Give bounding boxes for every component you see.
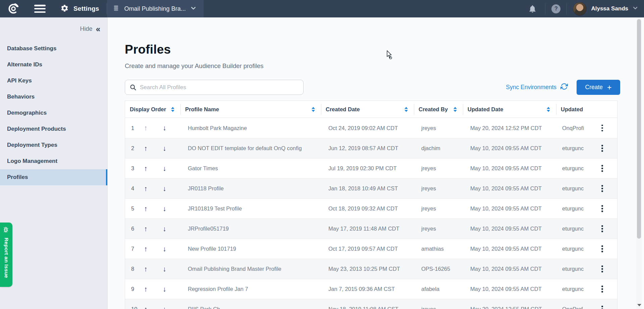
row-order-number: 1 (131, 125, 141, 131)
hide-label: Hide (80, 25, 93, 33)
table-header: Display Order Profile Name Created Date … (125, 101, 617, 118)
profile-name-cell: JR0118 Profile (180, 179, 321, 198)
move-up-button[interactable]: ↑ (141, 225, 160, 233)
created-date-cell: Nov 18, 2019 11:08 AM CST (321, 299, 414, 309)
settings-label: Settings (73, 5, 99, 12)
move-down-button[interactable]: ↓ (160, 185, 179, 193)
sidebar-item-behaviors[interactable]: Behaviors (0, 89, 107, 105)
main-content: Profiles Create and manage your Audience… (108, 17, 644, 309)
move-up-button[interactable]: ↑ (141, 124, 160, 132)
report-an-issue-tab[interactable]: Report an Issue (0, 223, 12, 287)
database-icon (112, 4, 120, 13)
updated-by-cell: eturgunc (556, 239, 587, 259)
created-by-cell: jreyes (414, 118, 463, 138)
row-menu-kebab-button[interactable] (598, 203, 606, 214)
table-row: 3 ↑ ↓ Gator Times Jul 19, 2019 02:30 PM … (125, 158, 617, 178)
sidebar-item-label: Logo Management (7, 158, 57, 165)
menu-icon[interactable] (34, 5, 46, 13)
profiles-table: Display Order Profile Name Created Date … (125, 101, 618, 309)
updated-by-cell: eturgunc (556, 179, 587, 198)
move-down-button[interactable]: ↓ (160, 265, 179, 273)
profile-name-cell: Humbolt Park Magazine (180, 118, 321, 138)
row-order-number: 4 (131, 185, 141, 192)
vertical-scrollbar[interactable] (636, 17, 642, 309)
created-date-cell: Oct 17, 2019 09:57 AM CDT (321, 239, 414, 259)
move-up-button[interactable]: ↑ (141, 205, 160, 213)
column-header-updated-date[interactable]: Updated Date (463, 101, 556, 118)
updated-by-cell: eturgunc (556, 279, 587, 299)
top-bar: Settings Omail Publishing Bra... ? Alyss… (0, 0, 644, 17)
move-up-button[interactable]: ↑ (141, 185, 160, 193)
sidebar-item-label: Deployment Types (7, 142, 57, 148)
move-up-button[interactable]: ↑ (141, 265, 160, 273)
move-down-button[interactable]: ↓ (160, 205, 179, 213)
move-down-button[interactable]: ↓ (160, 305, 179, 309)
sidebar-item-deployment-types[interactable]: Deployment Types (0, 137, 107, 153)
scrollbar-down-arrow[interactable] (637, 304, 641, 306)
page-subtitle: Create and manage your Audience Builder … (125, 62, 644, 70)
move-down-button[interactable]: ↓ (160, 124, 179, 132)
profile-name-cell: Omail Publishing Brand Master Profile (180, 259, 321, 279)
move-up-button[interactable]: ↑ (141, 144, 160, 152)
table-row: 9 ↑ ↓ Regression Profile Jan 7 Jan 7, 20… (125, 279, 617, 299)
sync-environments-link[interactable]: Sync Environments (506, 83, 568, 92)
sidebar-item-label: Database Settings (7, 45, 56, 52)
move-up-button[interactable]: ↑ (141, 165, 160, 173)
move-down-button[interactable]: ↓ (160, 225, 179, 233)
help-icon[interactable]: ? (551, 4, 560, 13)
move-down-button[interactable]: ↓ (160, 285, 179, 293)
column-header-display-order[interactable]: Display Order (125, 101, 180, 118)
sidebar-item-database-settings[interactable]: Database Settings (0, 41, 107, 57)
row-menu-kebab-button[interactable] (598, 163, 606, 174)
updated-by-cell: eturgunc (556, 159, 587, 178)
row-menu-kebab-button[interactable] (598, 304, 606, 309)
profile-name-cell: JR101819 Test Profile (180, 199, 321, 219)
sidebar-nav: Database Settings Alternate IDs API Keys… (0, 41, 107, 185)
row-menu-kebab-button[interactable] (598, 263, 606, 274)
row-menu-kebab-button[interactable] (598, 183, 606, 194)
column-header-created-date[interactable]: Created Date (321, 101, 414, 118)
updated-by-cell: eturgunc (556, 199, 587, 219)
sync-link-label: Sync Environments (506, 84, 556, 91)
sidebar-item-profiles[interactable]: Profiles (0, 169, 107, 185)
column-header-updated-by[interactable]: Updated (556, 101, 587, 118)
move-up-button[interactable]: ↑ (141, 245, 160, 253)
plus-icon: + (607, 84, 611, 91)
sidebar-item-deployment-products[interactable]: Deployment Products (0, 121, 107, 137)
created-by-cell: jreyes (414, 179, 463, 198)
move-up-button[interactable]: ↑ (141, 285, 160, 293)
move-down-button[interactable]: ↓ (160, 245, 179, 253)
profile-name-cell: JRProfile051719 (180, 219, 321, 239)
row-menu-kebab-button[interactable] (598, 143, 606, 154)
app-logo-icon[interactable] (7, 3, 19, 15)
row-menu-kebab-button[interactable] (598, 243, 606, 254)
notifications-bell-icon[interactable] (526, 4, 539, 13)
sidebar-item-label: API Keys (7, 77, 32, 84)
sidebar-item-logo-management[interactable]: Logo Management (0, 153, 107, 169)
scrollbar-thumb[interactable] (637, 19, 641, 239)
search-input[interactable] (125, 80, 304, 95)
move-down-button[interactable]: ↓ (160, 144, 179, 152)
sort-icon (405, 107, 408, 112)
sidebar-item-label: Demographics (7, 110, 47, 116)
create-button[interactable]: Create + (577, 80, 620, 95)
database-selector[interactable]: Omail Publishing Bra... (107, 0, 204, 17)
move-up-button[interactable]: ↑ (141, 305, 160, 309)
row-order-number: 10 (131, 306, 141, 309)
hide-sidebar-button[interactable]: Hide « (0, 17, 107, 33)
sidebar-item-api-keys[interactable]: API Keys (0, 73, 107, 89)
sidebar-item-label: Alternate IDs (7, 61, 42, 68)
user-menu[interactable]: Alyssa Sands (573, 2, 638, 16)
updated-date-cell: May 10, 2024 09:55 AM CDT (463, 199, 556, 219)
sidebar-item-label: Behaviors (7, 94, 35, 100)
move-down-button[interactable]: ↓ (160, 165, 179, 173)
row-menu-kebab-button[interactable] (598, 123, 606, 134)
sidebar-item-alternate-ids[interactable]: Alternate IDs (0, 57, 107, 73)
row-menu-kebab-button[interactable] (598, 223, 606, 234)
sidebar-item-demographics[interactable]: Demographics (0, 105, 107, 121)
row-menu-kebab-button[interactable] (598, 284, 606, 295)
created-by-cell: amathias (414, 239, 463, 259)
created-date-cell: Jun 12, 2019 08:57 AM CDT (321, 138, 414, 158)
column-header-profile-name[interactable]: Profile Name (180, 101, 321, 118)
column-header-created-by[interactable]: Created By (414, 101, 463, 118)
